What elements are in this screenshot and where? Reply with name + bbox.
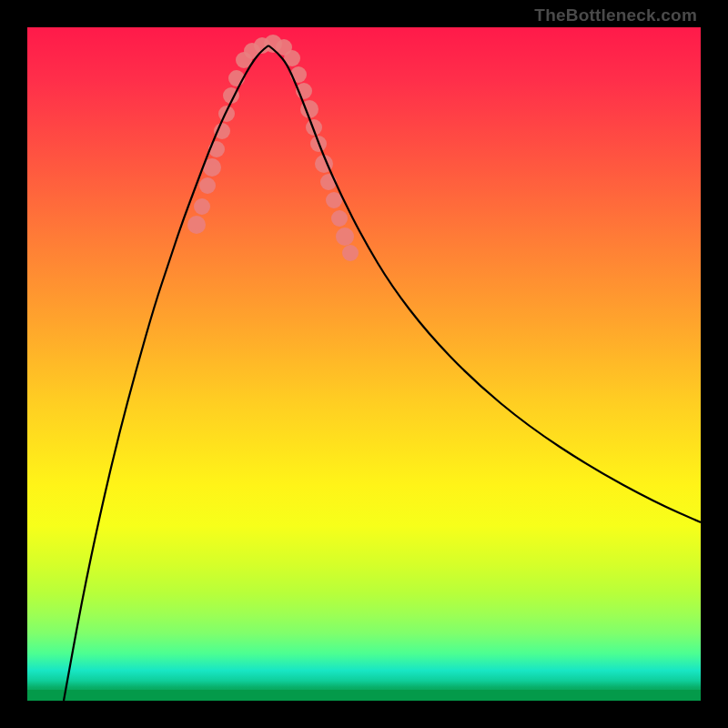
highlight-dot <box>218 106 235 122</box>
left-curve <box>64 46 268 701</box>
right-curve <box>268 46 701 522</box>
dots-layer <box>187 35 359 261</box>
highlight-dot <box>326 192 342 208</box>
plot-area <box>27 27 701 701</box>
highlight-dot <box>342 245 359 261</box>
highlight-dot <box>290 66 307 83</box>
chart-svg <box>27 27 701 701</box>
highlight-dot <box>336 228 354 246</box>
highlight-dot <box>214 123 230 139</box>
highlight-dot <box>199 177 216 194</box>
highlight-dot <box>187 216 206 234</box>
highlight-dot <box>194 198 210 215</box>
highlight-dot <box>331 210 348 227</box>
watermark-text: TheBottleneck.com <box>534 5 697 25</box>
